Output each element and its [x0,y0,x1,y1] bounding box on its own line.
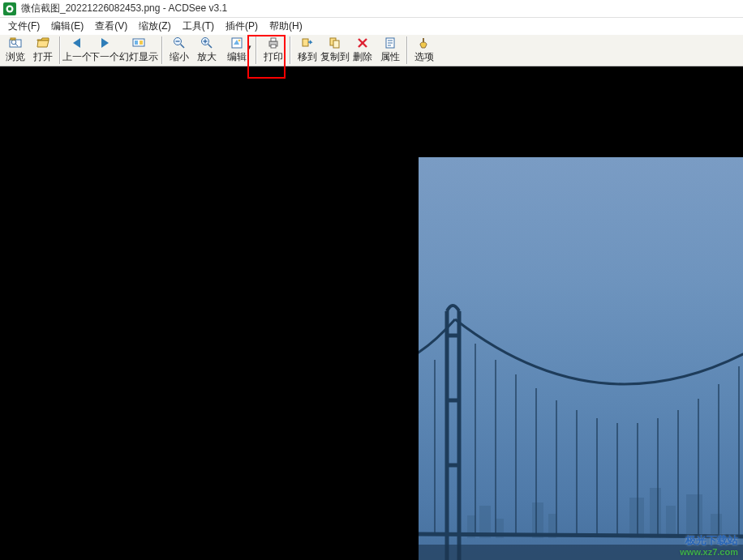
toolbar-label: 浏览 [6,50,25,64]
browse-button[interactable]: 浏览 [2,35,29,66]
toolbar-separator [161,36,163,64]
zoomin-icon [200,36,213,49]
options-button[interactable]: 选项 [410,35,438,66]
toolbar-label: 下一个 [90,50,119,64]
menu-zoom[interactable]: 缩放(Z) [134,19,175,34]
prev-icon [71,36,84,49]
toolbar-label: 缩小 [170,50,189,64]
watermark-line1: 极光下载站 [680,534,738,547]
watermark-line2: www.xz7.com [680,547,738,558]
svg-line-15 [208,45,213,49]
print-button[interactable]: 打印 [260,35,287,66]
toolbar-label: 移到 [298,50,317,64]
svg-rect-19 [271,38,276,41]
moveto-icon [301,36,314,49]
chevron-down-icon: ▾ [247,43,251,51]
slideshow-icon [132,36,145,49]
toolbar-separator [290,36,291,64]
svg-rect-23 [333,41,339,48]
zoomout-button[interactable]: 缩小 [165,35,193,66]
svg-rect-38 [666,506,676,538]
toolbar-label: 放大 [197,50,217,64]
properties-button[interactable]: 属性 [376,35,404,66]
svg-rect-20 [271,45,276,48]
toolbar-label: 打开 [33,50,53,64]
moveto-button[interactable]: 移到 [294,35,321,66]
toolbar-label: 复制到 [320,50,350,64]
svg-rect-36 [629,498,644,538]
toolbar-label: 编辑 [227,50,247,64]
delete-icon [356,36,369,49]
image-viewport[interactable]: 极光下载站 www.xz7.com [0,66,743,560]
menu-file[interactable]: 文件(F) [3,19,45,34]
prev-button[interactable]: 上一个 [63,35,91,66]
toolbar-separator [59,36,61,64]
slideshow-button[interactable]: 幻灯显示 [118,35,159,66]
toolbar: 浏览 打开 上一个 下一个 幻灯显示 缩小 放大 ▾ 编辑 打印 移到 [0,34,743,66]
svg-rect-8 [140,41,143,45]
open-icon [37,36,49,49]
print-icon [267,36,280,49]
delete-button[interactable]: 删除 [349,35,376,66]
toolbar-label: 选项 [414,50,434,64]
options-icon [418,36,431,49]
svg-rect-21 [303,39,308,46]
svg-rect-5 [11,38,15,40]
menu-edit[interactable]: 编辑(E) [46,19,88,34]
browse-icon [9,36,22,49]
svg-rect-34 [532,502,543,538]
toolbar-separator [406,36,408,64]
toolbar-label: 幻灯显示 [119,50,158,64]
menu-plugins[interactable]: 插件(P) [221,19,263,34]
displayed-image: 极光下载站 www.xz7.com [419,157,743,560]
next-icon [98,36,111,49]
watermark: 极光下载站 www.xz7.com [680,534,738,558]
copyto-icon [329,36,341,49]
open-button[interactable]: 打开 [29,35,57,66]
toolbar-label: 删除 [353,50,372,64]
zoomin-button[interactable]: 放大 [193,35,221,66]
next-button[interactable]: 下一个 [91,35,118,66]
toolbar-label: 上一个 [62,50,92,64]
menu-tools[interactable]: 工具(T) [178,19,219,34]
svg-rect-37 [650,488,661,538]
app-icon [3,2,16,15]
svg-point-1 [8,6,12,11]
edit-button[interactable]: ▾ 编辑 [221,35,253,66]
properties-icon [384,36,397,49]
menu-view[interactable]: 查看(V) [90,19,132,34]
menu-help[interactable]: 帮助(H) [264,19,307,34]
toolbar-label: 打印 [264,50,283,64]
titlebar: 微信截图_20221226082453.png - ACDSee v3.1 [0,0,743,18]
toolbar-label: 属性 [380,50,400,64]
copyto-button[interactable]: 复制到 [321,35,349,66]
svg-rect-7 [135,41,138,45]
edit-icon [230,36,243,49]
menubar: 文件(F) 编辑(E) 查看(V) 缩放(Z) 工具(T) 插件(P) 帮助(H… [0,18,743,34]
svg-line-11 [181,45,185,49]
toolbar-separator [256,36,257,64]
window-title: 微信截图_20221226082453.png - ACDSee v3.1 [21,2,227,15]
svg-rect-39 [686,494,702,538]
svg-point-17 [238,40,241,42]
zoomout-icon [173,36,186,49]
